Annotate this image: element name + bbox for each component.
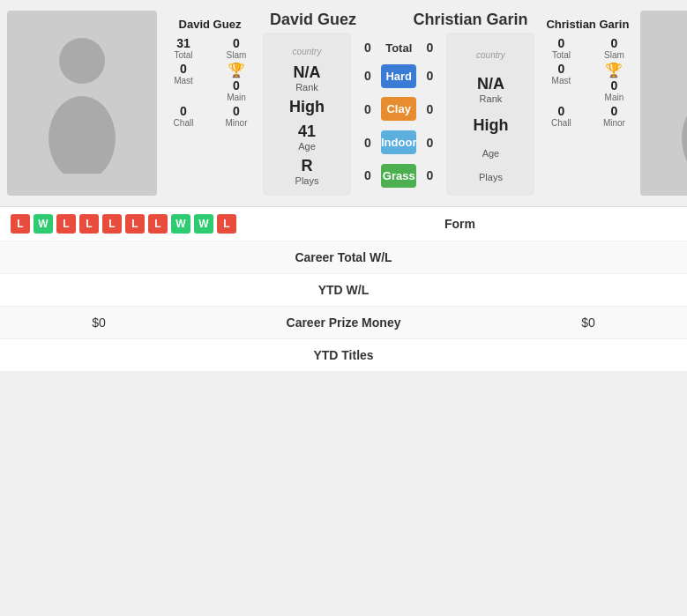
svg-point-1 (49, 96, 116, 174)
hard-right-val: 0 (416, 69, 443, 83)
left-chall-value: 0 (161, 104, 206, 118)
form-badge-8: W (194, 214, 213, 234)
right-age-block: Age (482, 148, 500, 159)
right-rank-label: Rank (477, 93, 504, 104)
left-main-value: 0 (213, 78, 259, 93)
left-plays-label: Plays (295, 175, 319, 186)
left-plays-block: R Plays (295, 157, 319, 186)
form-label: Form (243, 217, 676, 231)
main-container: David Guez 31 Total 0 Slam 0 Mast 🏆 0 M (0, 0, 687, 371)
right-rank-block: N/A Rank (477, 75, 504, 104)
right-country-flag: country (476, 50, 505, 60)
indoor-left-val: 0 (355, 136, 381, 150)
form-badge-4: L (102, 214, 122, 234)
clay-surface-button[interactable]: Clay (381, 97, 416, 121)
left-mast-value: 0 (161, 62, 206, 76)
indoor-row: 0 Indoor 0 (355, 129, 443, 156)
right-plays-label: Plays (479, 172, 503, 182)
left-total-cell: 31 Total (161, 36, 206, 60)
stats-rows-container: Career Total W/L YTD W/L $0 Career Prize… (0, 241, 687, 371)
left-chall-cell: 0 Chall (161, 104, 206, 128)
left-country-flag: country (293, 47, 322, 56)
left-stats-card: country N/A Rank High 41 Age R (263, 33, 351, 196)
right-country-block: country (476, 46, 505, 62)
form-badges: LWLLLLLWWL (11, 214, 236, 234)
right-chall-label: Chall (538, 118, 584, 128)
left-age-value: 41 (298, 122, 316, 141)
indoor-surface-button[interactable]: Indoor (381, 130, 416, 154)
left-chall-label: Chall (161, 118, 206, 128)
total-right-val: 0 (416, 41, 443, 55)
left-age-label: Age (298, 141, 316, 152)
stats-row-3: YTD Titles (0, 338, 687, 371)
left-minor-label: Minor (213, 118, 259, 128)
form-badge-6: L (148, 214, 168, 234)
stats-row-1-label: YTD W/L (187, 283, 500, 297)
right-mast-value: 0 (538, 62, 584, 76)
hard-row: 0 Hard 0 (355, 63, 443, 90)
left-player-photo (7, 11, 157, 196)
left-minor-cell: 0 Minor (213, 104, 259, 128)
right-slam-cell: 0 Slam (591, 36, 637, 60)
right-player-info: Christian Garin 0 Total 0 Slam 0 Mast 🏆 … (534, 11, 640, 196)
right-trophy-cell: 🏆 0 Main (591, 62, 637, 102)
comparison-area: David Guez 31 Total 0 Slam 0 Mast 🏆 0 M (0, 0, 687, 206)
right-total-cell: 0 Total (538, 36, 584, 60)
right-name-center: Christian Garin (413, 11, 527, 29)
right-slam-value: 0 (591, 36, 637, 50)
grass-right-val: 0 (416, 168, 443, 182)
right-rank-value: N/A (477, 75, 504, 93)
left-slam-value: 0 (213, 36, 259, 50)
form-badge-5: L (125, 214, 145, 234)
form-badge-3: L (79, 214, 99, 234)
center-stats: David Guez Christian Garin country N/A R… (263, 11, 534, 196)
right-stats-card: country N/A Rank High Age Plays (446, 33, 534, 196)
indoor-right-val: 0 (416, 136, 443, 150)
svg-point-3 (682, 96, 687, 174)
left-mast-cell: 0 Mast (161, 62, 206, 102)
hard-left-val: 0 (355, 69, 381, 83)
form-section: LWLLLLLWWL Form (0, 206, 687, 241)
left-slam-cell: 0 Slam (213, 36, 259, 60)
right-main-label: Main (591, 93, 637, 102)
total-label: Total (381, 41, 416, 55)
clay-row: 0 Clay 0 (355, 95, 443, 122)
form-badge-7: W (171, 214, 190, 234)
left-rank-label: Rank (294, 82, 321, 93)
right-silhouette-icon (676, 33, 687, 174)
left-stats-grid: 31 Total 0 Slam 0 Mast 🏆 0 Main 0 (157, 36, 263, 128)
stats-row-2-right: $0 (500, 315, 676, 330)
form-badge-1: W (34, 214, 53, 234)
grass-left-val: 0 (355, 168, 381, 182)
right-plays-block: Plays (479, 172, 503, 182)
right-minor-label: Minor (591, 118, 637, 128)
right-chall-cell: 0 Chall (538, 104, 584, 128)
right-total-value: 0 (538, 36, 584, 50)
left-high-value: High (289, 98, 325, 116)
right-minor-cell: 0 Minor (591, 104, 637, 128)
left-silhouette-icon (42, 33, 122, 174)
stats-row-2: $0 Career Prize Money $0 (0, 306, 687, 338)
left-mast-label: Mast (161, 76, 206, 85)
hard-surface-button[interactable]: Hard (381, 64, 416, 88)
right-high-block: High (473, 116, 508, 135)
grass-row: 0 Grass 0 (355, 162, 443, 189)
right-stats-grid: 0 Total 0 Slam 0 Mast 🏆 0 Main 0 (534, 36, 640, 128)
right-minor-value: 0 (591, 104, 637, 118)
right-total-label: Total (538, 50, 584, 60)
left-rank-block: N/A Rank (294, 63, 321, 93)
total-row: 0 Total 0 (355, 39, 443, 56)
form-badge-9: L (217, 214, 236, 234)
svg-point-0 (59, 38, 105, 84)
right-player-photo (640, 11, 687, 196)
left-minor-value: 0 (213, 104, 259, 118)
left-total-value: 31 (161, 36, 206, 50)
left-name-center: David Guez (270, 11, 356, 29)
stats-row-0-label: Career Total W/L (187, 250, 500, 264)
right-age-label: Age (482, 148, 500, 159)
left-main-label: Main (213, 93, 259, 102)
form-badge-0: L (11, 214, 30, 234)
grass-surface-button[interactable]: Grass (381, 164, 416, 188)
left-trophy-icon: 🏆 (213, 62, 259, 78)
left-rank-value: N/A (294, 63, 321, 82)
